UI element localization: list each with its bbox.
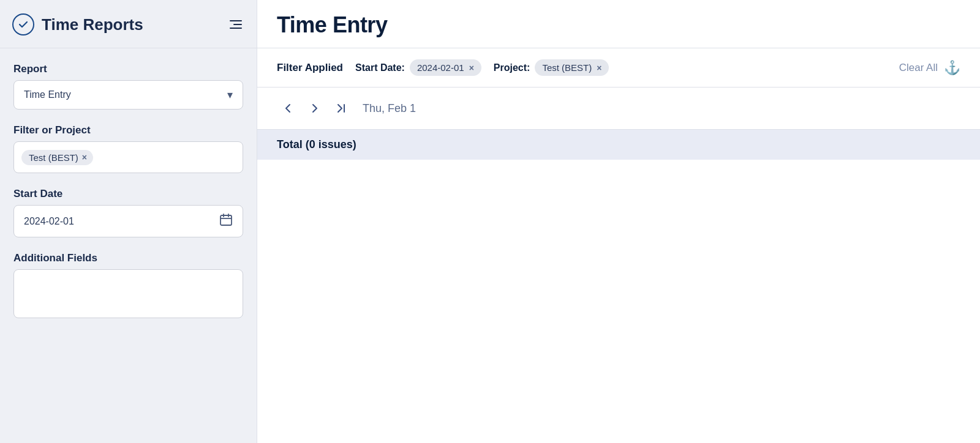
- filter-project-field-group: Filter or Project Test (BEST) ×: [13, 124, 243, 173]
- check-circle-icon: [12, 13, 34, 35]
- filter-project-tag: Test (BEST) ×: [21, 150, 93, 165]
- sidebar-body: Report Time Entry ▾ Filter or Project Te…: [0, 48, 257, 333]
- main-header: Time Entry: [257, 0, 980, 48]
- start-date-value: 2024-02-01: [24, 216, 74, 227]
- svg-rect-0: [221, 215, 232, 225]
- start-date-input[interactable]: 2024-02-01: [13, 205, 243, 237]
- filter-applied-label: Filter Applied: [277, 62, 343, 74]
- data-area: Total (0 issues): [257, 130, 980, 443]
- project-filter-tag: Test (BEST) ×: [535, 59, 609, 76]
- start-date-filter-label: Start Date:: [355, 62, 405, 73]
- start-date-filter-item: Start Date: 2024-02-01 ×: [355, 59, 481, 76]
- chevron-down-icon: ▾: [227, 88, 233, 102]
- additional-fields-group: Additional Fields: [13, 252, 243, 318]
- skip-to-end-button[interactable]: [331, 97, 353, 119]
- filter-bar: Filter Applied Start Date: 2024-02-01 × …: [257, 48, 980, 87]
- clear-all-button[interactable]: Clear All ⚓: [899, 60, 960, 76]
- sidebar-header-left: Time Reports: [12, 13, 143, 35]
- filter-project-input[interactable]: Test (BEST) ×: [13, 141, 243, 173]
- report-select[interactable]: Time Entry ▾: [13, 80, 243, 110]
- start-date-filter-tag: 2024-02-01 ×: [410, 59, 481, 76]
- report-label: Report: [13, 63, 243, 75]
- prev-button[interactable]: [277, 97, 299, 119]
- sidebar-header: Time Reports: [0, 0, 257, 48]
- project-filter-item: Project: Test (BEST) ×: [494, 59, 609, 76]
- menu-icon[interactable]: [230, 20, 242, 29]
- page-title: Time Entry: [277, 12, 960, 38]
- additional-fields-input[interactable]: [13, 269, 243, 318]
- clear-all-label: Clear All: [899, 62, 938, 74]
- report-field-group: Report Time Entry ▾: [13, 63, 243, 110]
- nav-date: Thu, Feb 1: [363, 102, 416, 115]
- start-date-field-group: Start Date 2024-02-01: [13, 188, 243, 237]
- filter-project-tag-value: Test (BEST): [29, 152, 78, 163]
- start-date-label: Start Date: [13, 188, 243, 200]
- project-filter-label: Project:: [494, 62, 530, 73]
- next-button[interactable]: [304, 97, 326, 119]
- total-row: Total (0 issues): [257, 130, 980, 160]
- project-filter-value: Test (BEST): [542, 62, 592, 73]
- start-date-filter-value: 2024-02-01: [417, 62, 464, 73]
- nav-bar: Thu, Feb 1: [257, 87, 980, 130]
- sidebar-title: Time Reports: [42, 15, 143, 34]
- start-date-filter-close[interactable]: ×: [469, 63, 474, 73]
- total-label: Total (0 issues): [277, 138, 356, 151]
- sidebar: Time Reports Report Time Entry ▾ Filter …: [0, 0, 257, 443]
- calendar-icon: [219, 213, 233, 229]
- filter-project-label: Filter or Project: [13, 124, 243, 136]
- additional-fields-label: Additional Fields: [13, 252, 243, 264]
- anchor-icon: ⚓: [944, 60, 960, 76]
- filter-project-tag-close[interactable]: ×: [82, 152, 87, 162]
- project-filter-close[interactable]: ×: [597, 63, 601, 73]
- main-content: Time Entry Filter Applied Start Date: 20…: [257, 0, 980, 443]
- report-select-value: Time Entry: [24, 89, 71, 100]
